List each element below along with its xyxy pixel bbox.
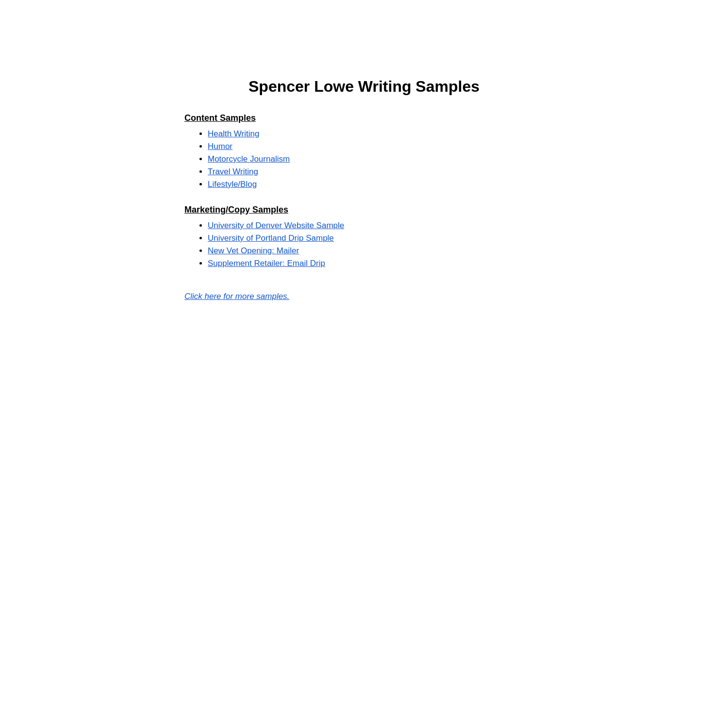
page-container: Spencer Lowe Writing Samples Content Sam… <box>146 0 582 340</box>
new-vet-opening-link[interactable]: New Vet Opening: Mailer <box>208 246 299 255</box>
list-item: Lifestyle/Blog <box>208 180 544 189</box>
list-item: Travel Writing <box>208 167 544 177</box>
health-writing-link[interactable]: Health Writing <box>208 129 259 138</box>
more-samples-link[interactable]: Click here for more samples. <box>184 292 544 301</box>
list-item: Motorcycle Journalism <box>208 154 544 164</box>
content-section: Content Samples Health Writing Humor Mot… <box>184 113 544 189</box>
marketing-list: University of Denver Website Sample Univ… <box>184 221 544 268</box>
university-portland-link[interactable]: University of Portland Drip Sample <box>208 233 334 243</box>
marketing-section-heading: Marketing/Copy Samples <box>184 205 544 215</box>
list-item: Humor <box>208 142 544 151</box>
motorcycle-journalism-link[interactable]: Motorcycle Journalism <box>208 154 290 164</box>
content-list: Health Writing Humor Motorcycle Journali… <box>184 129 544 189</box>
supplement-retailer-link[interactable]: Supplement Retailer: Email Drip <box>208 259 325 268</box>
list-item: Health Writing <box>208 129 544 139</box>
lifestyle-blog-link[interactable]: Lifestyle/Blog <box>208 180 257 189</box>
travel-writing-link[interactable]: Travel Writing <box>208 167 258 176</box>
humor-link[interactable]: Humor <box>208 142 232 151</box>
university-denver-link[interactable]: University of Denver Website Sample <box>208 221 344 230</box>
list-item: New Vet Opening: Mailer <box>208 246 544 256</box>
content-section-heading: Content Samples <box>184 113 544 123</box>
page-title: Spencer Lowe Writing Samples <box>184 78 544 96</box>
list-item: Supplement Retailer: Email Drip <box>208 259 544 268</box>
marketing-section: Marketing/Copy Samples University of Den… <box>184 205 544 268</box>
list-item: University of Portland Drip Sample <box>208 233 544 243</box>
list-item: University of Denver Website Sample <box>208 221 544 231</box>
